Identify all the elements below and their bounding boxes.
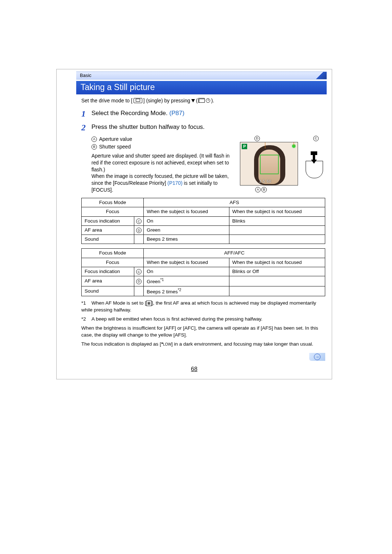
single-shot-icon <box>134 98 142 103</box>
figure-label-C: C <box>313 136 319 141</box>
label-b: B Shutter speed <box>91 143 235 150</box>
section-header: Basic <box>76 72 327 80</box>
table-row: Focus indication C On Blinks or Off <box>82 267 325 276</box>
arrow-right-icon: → <box>314 354 320 360</box>
focus-table-afs: Focus Mode AFS Focus When the subject is… <box>81 198 325 244</box>
step-2: 2 Press the shutter button halfway to fo… <box>81 122 325 133</box>
figure-label-B: B <box>261 187 267 192</box>
drive-mode-instruction: Set the drive mode to [ ] (single) by pr… <box>81 97 325 104</box>
mode-badge: P <box>242 144 247 149</box>
label-a: A Aperture value <box>91 136 235 143</box>
footnotes: *1When AF Mode is set to [▦], the first … <box>81 300 325 347</box>
figure-label-A: A <box>255 187 261 192</box>
table-row: Sound Beeps 2 times <box>82 235 325 244</box>
table-row: AF area D Green <box>82 225 325 235</box>
af-frame <box>260 155 279 174</box>
table-row: Sound Beeps 2 times*2 <box>82 286 325 296</box>
burst-icon <box>199 99 205 103</box>
page-reference-170[interactable]: (P170) <box>167 180 182 186</box>
exposure-values: 3.5 60 <box>259 179 271 184</box>
step-1: 1 Select the Recording Mode. (P87) <box>81 108 325 119</box>
page-title: Taking a Still picture <box>76 81 327 94</box>
self-timer-icon <box>206 98 210 103</box>
table-row: AF area D Green*1 <box>82 276 325 286</box>
section-label: Basic <box>80 73 91 78</box>
figure-label-D: D <box>254 136 260 141</box>
description-text: Aperture value and shutter speed are dis… <box>91 153 235 194</box>
manual-page: Basic Taking a Still picture Set the dri… <box>56 69 332 379</box>
shutter-press-illustration <box>304 151 326 178</box>
af-area-mode-icon: ▦ <box>146 301 152 306</box>
lcd-preview: P 3.5 60 <box>240 142 298 186</box>
down-triangle-icon <box>191 99 195 102</box>
page-number: 68 <box>57 364 332 379</box>
next-page-button[interactable]: → <box>309 353 325 361</box>
table-row: Focus indication C On Blinks <box>82 216 325 225</box>
illustration: D C P 3.5 60 <box>240 136 325 192</box>
page-reference-87[interactable]: (P87) <box>170 110 185 117</box>
low-light-focus-icon: LOW <box>161 342 171 347</box>
focus-table-aff-afc: Focus Mode AFF/AFC Focus When the subjec… <box>81 248 325 296</box>
